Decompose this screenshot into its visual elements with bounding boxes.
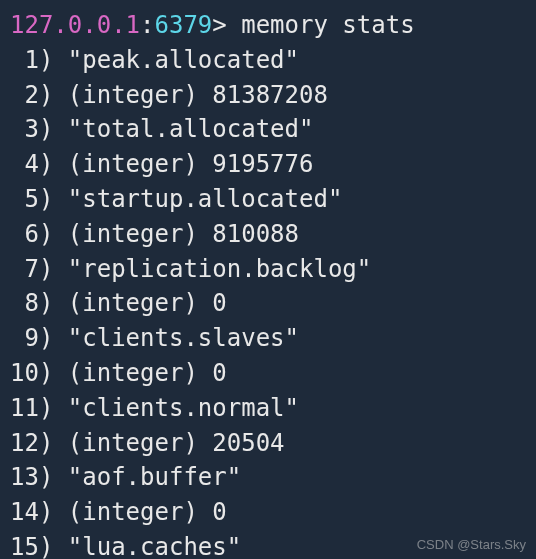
row-index: 11	[10, 391, 39, 426]
row-value: "clients.normal"	[68, 394, 299, 422]
row-index: 8	[10, 286, 39, 321]
prompt-port: 6379	[155, 11, 213, 39]
prompt-separator: :	[140, 11, 154, 39]
output-row: 9) "clients.slaves"	[10, 321, 526, 356]
row-value: "total.allocated"	[68, 115, 314, 143]
output-row: 14) (integer) 0	[10, 495, 526, 530]
row-index: 2	[10, 78, 39, 113]
row-value: (integer) 0	[68, 359, 227, 387]
output-row: 10) (integer) 0	[10, 356, 526, 391]
row-index: 14	[10, 495, 39, 530]
row-index: 12	[10, 426, 39, 461]
prompt-line: 127.0.0.1:6379> memory stats	[10, 8, 526, 43]
row-index: 13	[10, 460, 39, 495]
row-value: "peak.allocated"	[68, 46, 299, 74]
prompt-command[interactable]: memory stats	[241, 11, 414, 39]
row-index: 9	[10, 321, 39, 356]
row-value: (integer) 81387208	[68, 81, 328, 109]
row-index: 4	[10, 147, 39, 182]
row-index: 7	[10, 252, 39, 287]
row-index: 6	[10, 217, 39, 252]
prompt-host: 127.0.0.1	[10, 11, 140, 39]
output-row: 11) "clients.normal"	[10, 391, 526, 426]
row-value: (integer) 810088	[68, 220, 299, 248]
output-row: 8) (integer) 0	[10, 286, 526, 321]
output-row: 4) (integer) 9195776	[10, 147, 526, 182]
output-row: 2) (integer) 81387208	[10, 78, 526, 113]
row-value: "startup.allocated"	[68, 185, 343, 213]
row-value: "lua.caches"	[68, 533, 241, 559]
output-row: 5) "startup.allocated"	[10, 182, 526, 217]
row-index: 5	[10, 182, 39, 217]
row-value: "aof.buffer"	[68, 463, 241, 491]
row-index: 15	[10, 530, 39, 559]
row-value: (integer) 20504	[68, 429, 285, 457]
row-index: 1	[10, 43, 39, 78]
row-value: (integer) 9195776	[68, 150, 314, 178]
prompt-suffix: >	[212, 11, 241, 39]
output-row: 7) "replication.backlog"	[10, 252, 526, 287]
output-row: 3) "total.allocated"	[10, 112, 526, 147]
row-index: 3	[10, 112, 39, 147]
output-row: 13) "aof.buffer"	[10, 460, 526, 495]
output-row: 1) "peak.allocated"	[10, 43, 526, 78]
output-row: 12) (integer) 20504	[10, 426, 526, 461]
row-value: (integer) 0	[68, 289, 227, 317]
output-row: 6) (integer) 810088	[10, 217, 526, 252]
row-value: (integer) 0	[68, 498, 227, 526]
row-value: "clients.slaves"	[68, 324, 299, 352]
row-index: 10	[10, 356, 39, 391]
row-value: "replication.backlog"	[68, 255, 371, 283]
watermark: CSDN @Stars.Sky	[417, 536, 526, 555]
